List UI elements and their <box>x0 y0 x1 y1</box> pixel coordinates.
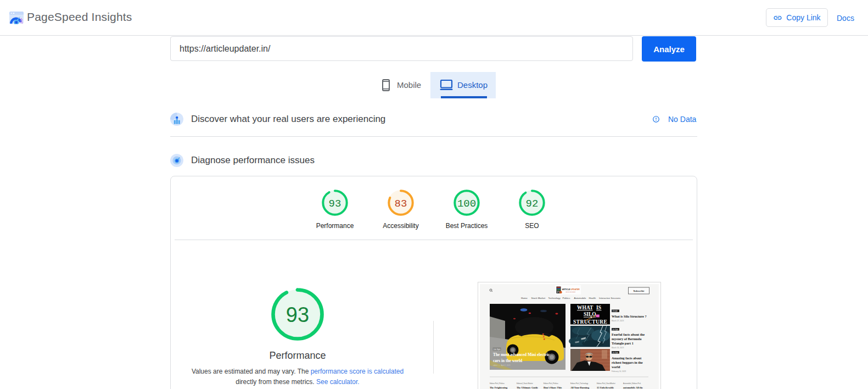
svg-text:All Your Burning: All Your Burning <box>570 386 590 389</box>
svg-text:Editors Pick | Politics: Editors Pick | Politics <box>544 382 558 385</box>
svg-text:Lifestyle: Lifestyle <box>612 310 618 312</box>
svg-text:100: 100 <box>457 198 476 210</box>
svg-text:Politics: Politics <box>563 297 571 299</box>
svg-text:Subscribe: Subscribe <box>633 290 645 292</box>
svg-text:Interactive Sessions: Interactive Sessions <box>599 297 621 299</box>
svg-text:Home: Home <box>521 297 528 299</box>
svg-text:What is Silo Structure ?: What is Silo Structure ? <box>612 314 646 318</box>
svg-text:STRUCTURE: STRUCTURE <box>573 319 607 325</box>
svg-text:Life Style: Life Style <box>494 348 501 351</box>
svg-text:Technology: Technology <box>548 297 561 299</box>
svg-text:WHAT: WHAT <box>577 305 593 310</box>
svg-text:92: 92 <box>526 198 539 210</box>
svg-text:Automobile: Automobile <box>574 297 587 299</box>
svg-text:March 27, 2023: March 27, 2023 <box>612 320 624 322</box>
svg-text:ARTICLE: ARTICLE <box>562 288 570 291</box>
svg-text:March 16, 2023: March 16, 2023 <box>612 347 624 349</box>
svg-text:Don't Share This: Don't Share This <box>544 386 562 389</box>
svg-text:Life Style: Life Style <box>612 352 618 354</box>
svg-text:cars in the world: cars in the world <box>493 358 523 363</box>
svg-text:Amazing facts about: Amazing facts about <box>612 356 642 360</box>
svg-text:IS: IS <box>596 305 601 310</box>
svg-text:mystery of Bermuda: mystery of Bermuda <box>612 337 641 341</box>
svg-text:The Frightening: The Frightening <box>490 386 508 389</box>
svg-text:93: 93 <box>286 303 309 326</box>
svg-text:15 Unbelievable: 15 Unbelievable <box>597 386 614 389</box>
svg-text:richest beggars in the: richest beggars in the <box>612 360 643 364</box>
svg-text:The most advanced Mini electri: The most advanced Mini electric <box>493 352 550 357</box>
svg-text:admin — April 2, 2023: admin — April 2, 2023 <box>493 364 511 366</box>
svg-text:February 14, 2023: February 14, 2023 <box>612 370 626 373</box>
svg-text:83: 83 <box>395 198 407 210</box>
svg-text:automobile All the: automobile All the <box>623 386 643 389</box>
svg-text:Stock Market: Stock Market <box>531 297 546 299</box>
svg-text:world: world <box>612 365 620 369</box>
svg-text:93: 93 <box>329 198 341 210</box>
svg-text:Editors Pick | Technology: Editors Pick | Technology <box>570 382 589 385</box>
svg-text:Editorial | Stock Market: Editorial | Stock Market <box>517 382 533 385</box>
svg-text:Automobile | Editors Pick: Automobile | Editors Pick <box>623 382 641 385</box>
svg-text:Editors Pick | Politics: Editors Pick | Politics <box>490 382 505 385</box>
svg-text:Triangle part 1: Triangle part 1 <box>612 341 634 345</box>
svg-text:Editors Pick | StockMarket: Editors Pick | StockMarket <box>597 382 615 385</box>
svg-text:The Ultimate Guide: The Ultimate Guide <box>517 386 538 389</box>
svg-text:Fearful facts about the: Fearful facts about the <box>612 332 645 336</box>
svg-text:Life Style: Life Style <box>612 329 618 331</box>
svg-text:We Give You Our Best: We Give You Our Best <box>565 291 575 292</box>
svg-text:Health: Health <box>589 297 596 299</box>
svg-text:UPDATER: UPDATER <box>571 288 580 291</box>
